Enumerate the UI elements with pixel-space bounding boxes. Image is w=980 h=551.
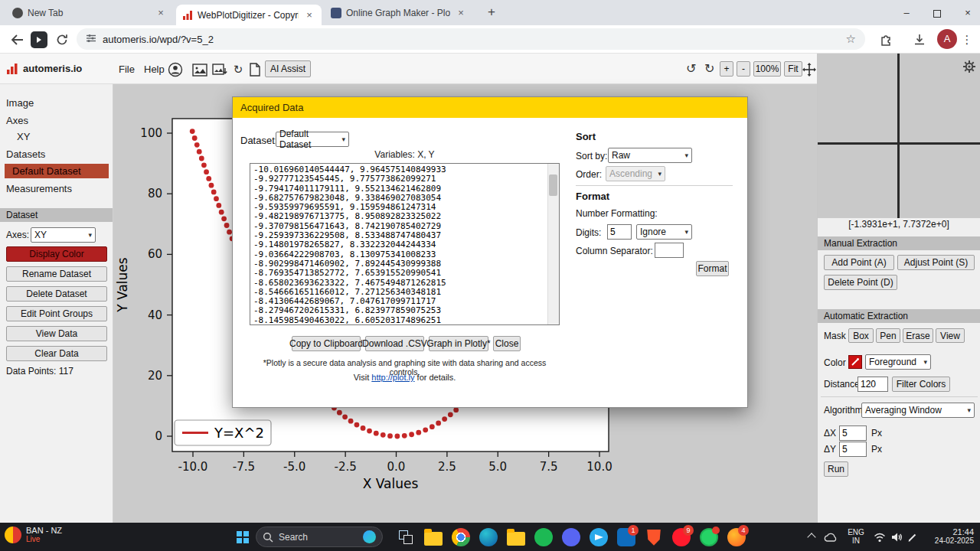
bookmark-star-icon[interactable]: ☆ xyxy=(846,32,856,46)
axes-select[interactable]: XY▾ xyxy=(31,227,96,243)
wifi-icon[interactable] xyxy=(871,527,888,548)
mask-erase-button[interactable]: Erase xyxy=(903,328,933,343)
forward-button[interactable] xyxy=(31,31,47,48)
zoom-level-button[interactable]: 100% xyxy=(753,61,781,77)
delete-point-button[interactable]: Delete Point (D) xyxy=(824,275,897,290)
sidebar-item-axes[interactable]: Axes xyxy=(6,115,28,126)
pan-tool-icon[interactable] xyxy=(801,61,818,78)
filter-colors-button[interactable]: Filter Colors xyxy=(892,377,950,392)
tab-plotly[interactable]: Online Graph Maker - Plotly Ch × xyxy=(325,0,473,25)
acquired-data-textarea[interactable]: -10.016960140544447, 9.964575140849933 -… xyxy=(250,163,560,325)
firefox-icon[interactable]: 4 xyxy=(726,527,747,548)
site-info-icon[interactable] xyxy=(86,33,96,46)
menu-file[interactable]: File xyxy=(119,64,135,75)
back-button[interactable] xyxy=(9,31,26,48)
graph-in-plotly-button[interactable]: Graph in Plotly* xyxy=(429,336,488,351)
mask-box-button[interactable]: Box xyxy=(848,328,874,343)
tab-close-icon[interactable]: × xyxy=(155,7,167,19)
telegram-icon[interactable] xyxy=(588,527,609,548)
sidebar-item-default-dataset[interactable]: Default Dataset xyxy=(5,164,109,178)
textarea-scrollbar-thumb[interactable] xyxy=(549,174,557,196)
format-button[interactable]: Format xyxy=(696,261,729,276)
tab-new-tab[interactable]: New Tab × xyxy=(6,0,173,25)
sidebar-item-image[interactable]: Image xyxy=(6,97,34,109)
zoom-in-button[interactable]: + xyxy=(720,61,733,77)
edge-icon[interactable] xyxy=(478,527,499,548)
copy-to-clipboard-button[interactable]: Copy to Clipboard xyxy=(292,336,361,351)
tab-close-icon[interactable]: × xyxy=(455,7,467,19)
edit-point-groups-button[interactable]: Edit Point Groups xyxy=(6,306,107,321)
menu-help[interactable]: Help xyxy=(144,64,165,75)
load-image-icon[interactable] xyxy=(191,61,208,78)
rename-dataset-button[interactable]: Rename Dataset xyxy=(6,266,107,282)
order-select[interactable]: Ascending▾ xyxy=(606,166,665,181)
folder-icon[interactable] xyxy=(505,527,527,548)
opera-icon[interactable]: 9 xyxy=(671,527,692,548)
tab-webplotdigitizer[interactable]: WebPlotDigitizer - Copyright 20 × xyxy=(176,5,322,25)
mask-view-button[interactable]: View xyxy=(936,328,965,343)
add-point-button[interactable]: Add Point (A) xyxy=(824,255,894,270)
undo-icon[interactable]: ↺ xyxy=(686,61,696,76)
pen-icon[interactable] xyxy=(905,527,920,548)
delta-x-input[interactable] xyxy=(839,425,867,441)
plotly-link[interactable]: http://plot.ly xyxy=(371,373,414,382)
download-csv-button[interactable]: Download .CSV xyxy=(365,336,424,351)
sidebar-item-measurements[interactable]: Measurements xyxy=(6,183,72,194)
window-maximize-button[interactable] xyxy=(922,0,952,25)
dataset-select[interactable]: Default Dataset▾ xyxy=(276,132,349,147)
outlook-icon[interactable]: 1 xyxy=(616,527,637,548)
sort-by-select[interactable]: Raw▾ xyxy=(608,148,692,163)
new-tab-button[interactable]: + xyxy=(482,4,501,22)
import-image-icon[interactable] xyxy=(211,61,228,78)
language-indicator[interactable]: ENG IN xyxy=(845,528,867,545)
adjust-point-button[interactable]: Adjust Point (S) xyxy=(897,255,975,270)
run-button[interactable]: Run xyxy=(824,461,848,477)
digits-mode-select[interactable]: Ignore▾ xyxy=(636,224,692,240)
distance-input[interactable] xyxy=(858,377,888,392)
mask-pen-button[interactable]: Pen xyxy=(876,328,900,343)
color-mode-select[interactable]: Foreground▾ xyxy=(865,354,931,370)
ai-assist-button[interactable]: AI Assist xyxy=(265,60,311,77)
spotify-icon[interactable] xyxy=(533,527,554,548)
clock[interactable]: 21:44 24-02-2025 xyxy=(922,528,974,545)
clear-data-button[interactable]: Clear Data xyxy=(6,346,107,361)
weather-widget[interactable]: BAN - NZ Live xyxy=(5,526,62,543)
algorithm-select[interactable]: Averaging Window▾ xyxy=(861,403,975,418)
fit-button[interactable]: Fit xyxy=(784,61,802,77)
column-separator-input[interactable] xyxy=(655,243,684,258)
reload-button[interactable] xyxy=(54,31,70,48)
discord-icon[interactable] xyxy=(560,527,582,548)
delete-dataset-button[interactable]: Delete Dataset xyxy=(6,286,107,302)
tab-close-icon[interactable]: × xyxy=(303,9,315,21)
onedrive-cloud-icon[interactable] xyxy=(822,527,839,548)
taskbar-search[interactable]: Search xyxy=(256,527,383,547)
task-view-icon[interactable] xyxy=(395,527,416,548)
account-icon[interactable] xyxy=(167,61,184,78)
browser-menu-icon[interactable]: ⋮ xyxy=(959,31,975,48)
extensions-puzzle-icon[interactable] xyxy=(877,31,894,48)
display-color-button[interactable]: Display Color xyxy=(6,246,107,262)
redo-icon[interactable]: ↻ xyxy=(704,61,714,76)
file-explorer-icon[interactable] xyxy=(423,527,444,548)
downloads-icon[interactable] xyxy=(911,31,928,48)
export-json-icon[interactable] xyxy=(247,61,263,78)
window-minimize-button[interactable]: – xyxy=(891,0,922,25)
sidebar-item-datasets[interactable]: Datasets xyxy=(6,148,45,160)
view-data-button[interactable]: View Data xyxy=(6,326,107,341)
address-bar[interactable]: automeris.io/wpd/?v=5_2 ☆ xyxy=(77,28,865,50)
color-swatch[interactable] xyxy=(848,355,862,369)
delta-y-input[interactable] xyxy=(839,442,867,457)
zoom-out-button[interactable]: - xyxy=(737,61,750,77)
start-button[interactable] xyxy=(232,527,253,548)
close-dialog-button[interactable]: Close xyxy=(493,336,521,351)
chrome-icon[interactable] xyxy=(450,527,472,548)
volume-icon[interactable] xyxy=(888,527,905,548)
rotate-image-icon[interactable]: ↻ xyxy=(230,61,247,78)
brave-icon[interactable] xyxy=(643,527,665,548)
digits-input[interactable] xyxy=(607,224,632,240)
sidebar-item-xy[interactable]: XY xyxy=(17,131,30,142)
whatsapp-icon[interactable] xyxy=(698,527,720,548)
settings-gear-icon[interactable] xyxy=(962,60,976,77)
tray-chevron-up-icon[interactable] xyxy=(804,527,819,548)
window-close-button[interactable]: × xyxy=(952,0,980,25)
